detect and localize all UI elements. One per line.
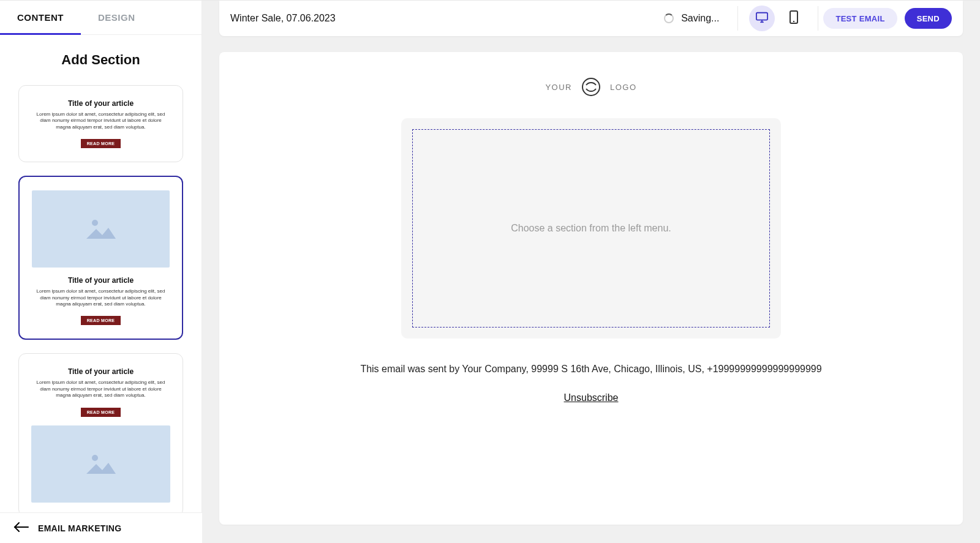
- back-to-email-marketing[interactable]: EMAIL MARKETING: [0, 512, 202, 543]
- svg-rect-4: [756, 13, 767, 20]
- template-body: Lorem ipsum dolor sit amet, consectetur …: [31, 380, 170, 399]
- svg-point-0: [92, 220, 98, 226]
- tab-content[interactable]: CONTENT: [0, 1, 81, 34]
- section-template-image-bottom[interactable]: Title of your article Lorem ipsum dolor …: [18, 353, 183, 516]
- template-title: Title of your article: [31, 367, 170, 376]
- image-placeholder-icon: [31, 425, 170, 503]
- tab-design[interactable]: DESIGN: [81, 1, 153, 34]
- send-button[interactable]: SEND: [905, 8, 952, 29]
- logo-text-left: YOUR: [545, 83, 572, 92]
- image-placeholder-icon: [32, 190, 170, 268]
- view-toggle: [743, 6, 813, 31]
- dropzone-placeholder-text: Choose a section from the left menu.: [511, 223, 671, 234]
- unsubscribe-link[interactable]: Unsubscribe: [564, 392, 619, 403]
- back-label: EMAIL MARKETING: [38, 523, 121, 533]
- section-template-image-top[interactable]: Title of your article Lorem ipsum dolor …: [18, 176, 183, 340]
- desktop-view-button[interactable]: [749, 6, 775, 31]
- svg-point-2: [92, 455, 98, 461]
- svg-marker-3: [86, 463, 116, 474]
- save-status: Saving...: [664, 13, 719, 24]
- template-body: Lorem ipsum dolor sit amet, consectetur …: [32, 288, 170, 307]
- section-dropzone[interactable]: Choose a section from the left menu.: [412, 129, 770, 328]
- arrow-left-icon: [13, 522, 29, 534]
- test-email-button[interactable]: TEST EMAIL: [823, 8, 897, 29]
- svg-point-9: [582, 78, 600, 95]
- spinner-icon: [664, 13, 674, 23]
- sidebar-title: Add Section: [0, 35, 202, 80]
- template-body: Lorem ipsum dolor sit amet, consectetur …: [31, 111, 170, 130]
- mobile-icon: [790, 10, 798, 26]
- template-cta-button: READ MORE: [81, 139, 121, 148]
- template-title: Title of your article: [31, 99, 170, 108]
- email-footer-text: This email was sent by Your Company, 999…: [250, 362, 932, 376]
- sidebar-tabs: CONTENT DESIGN: [0, 1, 202, 35]
- template-cta-button: READ MORE: [81, 316, 121, 325]
- desktop-icon: [755, 11, 769, 26]
- editor-sidebar: CONTENT DESIGN Add Section Title of your…: [0, 1, 202, 543]
- divider: [818, 6, 818, 31]
- svg-marker-1: [86, 228, 116, 239]
- divider: [737, 6, 738, 31]
- save-status-label: Saving...: [681, 13, 719, 24]
- section-dropzone-wrapper: Choose a section from the left menu.: [401, 118, 781, 339]
- template-cta-button: READ MORE: [81, 408, 121, 417]
- mobile-view-button[interactable]: [781, 6, 807, 31]
- section-template-text-only[interactable]: Title of your article Lorem ipsum dolor …: [18, 85, 183, 162]
- template-title: Title of your article: [32, 276, 170, 285]
- editor-main-area: Winter Sale, 07.06.2023 Saving...: [202, 1, 980, 543]
- section-template-list[interactable]: Title of your article Lorem ipsum dolor …: [0, 80, 202, 543]
- logo-placeholder[interactable]: YOUR LOGO: [250, 77, 932, 97]
- campaign-title: Winter Sale, 07.06.2023: [230, 13, 336, 24]
- logo-mark-icon: [581, 77, 601, 97]
- editor-topbar: Winter Sale, 07.06.2023 Saving...: [219, 1, 963, 36]
- logo-text-right: LOGO: [610, 83, 637, 92]
- preview-canvas[interactable]: YOUR LOGO Choose a section from the left…: [219, 52, 963, 525]
